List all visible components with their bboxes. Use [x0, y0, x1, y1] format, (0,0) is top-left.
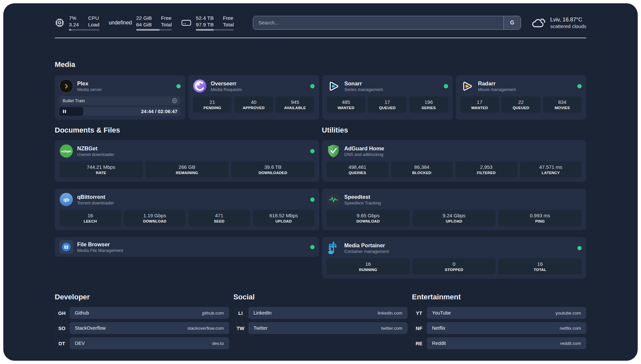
stat-value: 0.993 ms — [530, 213, 550, 218]
stat-value: 196 — [425, 99, 433, 105]
stat-value: 86,384 — [414, 164, 429, 170]
bookmark-url: dev.to — [212, 341, 224, 346]
bookmark-reddit[interactable]: RERedditreddit.com — [412, 337, 586, 349]
bookmark-dev[interactable]: DTDEVdev.to — [55, 337, 229, 349]
stat-value: 47.571 ms — [539, 164, 562, 170]
stat-tile-remaining: 266 GBREMAINING — [145, 161, 229, 178]
stat-label: BLOCKED — [412, 171, 431, 175]
ram-icon: undefined — [109, 20, 132, 26]
now-playing-row: Bullet Train — [59, 96, 181, 105]
bookmark-github[interactable]: GHGithubgithub.com — [55, 307, 229, 319]
service-card-overseerr[interactable]: OverseerrMedia Requests21PENDING40APPROV… — [188, 75, 319, 120]
bookmark-name: DEV — [75, 341, 85, 346]
now-playing-title: Bullet Train — [63, 98, 85, 103]
stat-tile-ping: 0.993 msPING — [498, 210, 582, 226]
stat-label: DOWNLOADED — [259, 171, 287, 175]
service-description: DNS and adblocking — [344, 152, 384, 157]
stat-label: QUERIES — [349, 171, 366, 175]
bookmark-youtube[interactable]: YTYouTubeyoutube.com — [412, 307, 586, 319]
section-title-social: Social — [233, 292, 408, 302]
service-name: Plex — [77, 80, 102, 87]
system-stat-memory: undefined22 GiB64 GiBFreeTotal — [109, 15, 172, 31]
status-online-dot — [310, 197, 315, 202]
stat-value: 39.6 TB — [264, 164, 282, 170]
bookmark-url: netflix.com — [560, 326, 581, 331]
cpu-icon — [55, 18, 65, 28]
stat-tile-queued: 17QUEUED — [368, 96, 407, 113]
stat-label: SEED — [214, 219, 225, 223]
stat-label: QUEUED — [513, 106, 529, 110]
service-description: Speedtest Tracking — [344, 200, 381, 206]
cloud-icon — [531, 16, 546, 29]
stat-tile-movies: 834MOVIES — [543, 96, 582, 113]
memory-usage-bar — [136, 29, 172, 31]
stat-tile-download: 1.19 GbpsDOWNLOAD — [124, 210, 186, 226]
service-name: Sonarr — [345, 80, 383, 87]
bookmark-name: Github — [75, 310, 89, 316]
weather-condition: scattered clouds — [550, 23, 586, 29]
bookmark-netflix[interactable]: NFNetflixnetflix.com — [412, 322, 586, 334]
disk-stat-body: 52.4 TB97.9 TBFreeTotal — [196, 15, 234, 31]
stat-value: 618.52 Mbps — [269, 213, 298, 218]
bookmark-sections: DeveloperGHGithubgithub.comSOStackOverfl… — [55, 292, 586, 349]
disk-icon — [181, 18, 192, 28]
search-provider-button[interactable]: G — [504, 16, 521, 29]
stat-tile-total: 16TOTAL — [498, 258, 582, 275]
stat-value: 834 — [558, 99, 566, 105]
service-name: Media Portainer — [344, 242, 389, 249]
stat-label: APPROVED — [243, 106, 264, 110]
search-box: G — [253, 16, 521, 30]
service-card-qbittorrent[interactable]: qbqBittorrentTorrent downloader16LEECH1.… — [55, 189, 319, 230]
section-media: Media PlexMedia serverBullet Train24:44 … — [55, 60, 586, 120]
disk-value: Total — [223, 21, 234, 28]
stat-tile-stopped: 0STOPPED — [412, 258, 496, 275]
stat-tile-queries: 498,461QUERIES — [326, 161, 388, 178]
stat-value: 17 — [477, 99, 482, 105]
bookmark-name: Netflix — [432, 325, 445, 331]
topbar-divider — [55, 38, 586, 38]
bookmark-stackoverflow[interactable]: SOStackOverflowstackoverflow.com — [55, 322, 229, 334]
service-name: qBittorrent — [77, 194, 114, 200]
stat-value: 17 — [384, 99, 390, 105]
qbittorrent-icon: qb — [59, 193, 73, 206]
service-card-radarr[interactable]: RadarrMovie management17WANTED22QUEUED83… — [456, 75, 586, 120]
service-card-file-browser[interactable]: File BrowserMedia File Management — [55, 237, 319, 257]
stat-label: PING — [535, 219, 545, 223]
stat-label: QUEUED — [379, 106, 395, 110]
bookmark-linkedin[interactable]: LILinkedInlinkedin.com — [233, 307, 408, 319]
memory-value: Total — [161, 21, 172, 28]
cpu-value: Load — [88, 21, 99, 28]
service-card-media-portainer[interactable]: Media PortainerContainer management16RUN… — [322, 237, 586, 279]
nzbget-icon: nzbget — [59, 144, 73, 158]
stat-value: 22 — [518, 99, 524, 105]
stat-label: WANTED — [471, 106, 488, 110]
bookmark-group-entertainment: EntertainmentYTYouTubeyoutube.comNFNetfl… — [412, 292, 586, 349]
stat-tile-queued: 22QUEUED — [502, 96, 540, 113]
section-title-utilities: Utilities — [322, 126, 586, 135]
status-online-dot — [577, 84, 582, 88]
service-description: Movie management — [478, 87, 516, 92]
service-card-speedtest[interactable]: SpeedtestSpeedtest Tracking9.65 GbpsDOWN… — [322, 189, 586, 230]
service-description: Usenet downloader — [77, 152, 114, 157]
status-online-dot — [444, 84, 448, 88]
disk-value: 52.4 TB — [196, 15, 214, 21]
bookmark-twitter[interactable]: TWTwittertwitter.com — [233, 322, 408, 334]
overseerr-icon — [193, 79, 207, 93]
status-online-dot — [310, 149, 315, 153]
portainer-icon — [326, 241, 340, 255]
stat-value: 266 GB — [179, 164, 196, 170]
stat-label: TOTAL — [534, 268, 546, 272]
disk-usage-bar — [196, 29, 234, 31]
stat-label: LEECH — [84, 219, 97, 223]
service-card-sonarr[interactable]: SonarrSeries management485WANTED17QUEUED… — [322, 75, 453, 120]
service-description: Media Requests — [211, 87, 242, 92]
service-card-adguard-home[interactable]: AdGuard HomeDNS and adblocking498,461QUE… — [322, 140, 586, 182]
top-bar: 7%3.24CPULoadundefined22 GiB64 GiBFreeTo… — [55, 3, 586, 33]
section-documents-files: Documents & FilesnzbgetNZBGetUsenet down… — [55, 126, 319, 279]
search-input[interactable] — [253, 16, 504, 29]
bookmark-abbr: GH — [55, 307, 69, 319]
service-card-plex[interactable]: PlexMedia serverBullet Train24:44 / 02:0… — [55, 75, 185, 120]
stat-tile-leech: 16LEECH — [59, 210, 121, 226]
service-card-nzbget[interactable]: nzbgetNZBGetUsenet downloader744.21 Mbps… — [55, 140, 319, 182]
service-description: Series management — [345, 87, 383, 92]
